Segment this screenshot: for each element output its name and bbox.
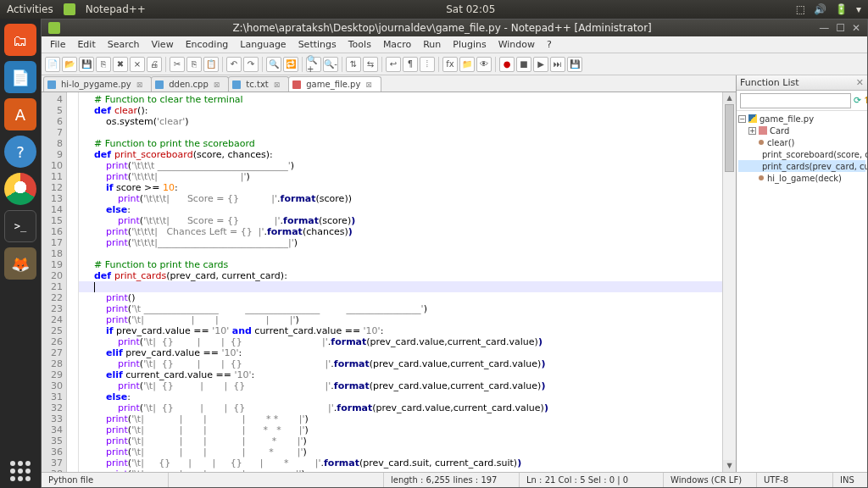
vertical-scrollbar[interactable]: ▲ ▼: [722, 92, 736, 472]
menu-macro[interactable]: Macro: [378, 37, 416, 52]
menu-edit[interactable]: Edit: [72, 37, 100, 52]
function-list-search-input[interactable]: [740, 93, 851, 108]
menu-file[interactable]: File: [45, 37, 70, 52]
scroll-down-arrow[interactable]: ▼: [723, 460, 736, 472]
launcher-software[interactable]: A: [4, 98, 36, 130]
menu-run[interactable]: Run: [418, 37, 446, 52]
function-list-item[interactable]: clear(): [738, 136, 865, 148]
launcher-writer[interactable]: 📄: [4, 61, 36, 93]
status-encoding[interactable]: UTF-8: [757, 473, 833, 487]
network-icon[interactable]: ⬚: [796, 3, 805, 15]
code-area[interactable]: # Function to clear the terminal def cle…: [79, 92, 722, 472]
tab-close-icon[interactable]: ⊠: [365, 80, 372, 89]
function-list-panel: Function List ✕ ⟳ ⇅ −game_file.py+Cardcl…: [736, 75, 867, 472]
toolbar-macro-save[interactable]: 💾: [567, 57, 582, 72]
toolbar-macro-rec[interactable]: ●: [499, 57, 515, 72]
launcher-files[interactable]: 🗂: [4, 24, 36, 56]
toolbar-wordwrap[interactable]: ↩: [386, 57, 401, 72]
editor[interactable]: 4567891011121314151617181920212223242526…: [42, 92, 736, 472]
fold-gutter[interactable]: [67, 92, 79, 472]
toolbar-undo[interactable]: ↶: [226, 57, 242, 72]
toolbar-monitor[interactable]: 👁: [476, 57, 492, 72]
toolbar-save-all[interactable]: ⎘: [96, 57, 111, 72]
active-app-name[interactable]: Notepad++: [86, 3, 146, 15]
function-list-reload-icon[interactable]: ⟳: [854, 95, 861, 107]
toolbar-sync-v[interactable]: ⇅: [346, 57, 361, 72]
launcher-gimp[interactable]: 🦊: [4, 247, 36, 280]
toolbar-replace[interactable]: 🔁: [283, 57, 298, 72]
function-list-item[interactable]: −game_file.py: [738, 113, 865, 125]
toolbar-macro-stop[interactable]: ■: [516, 57, 531, 72]
menu-bar: FileEditSearchViewEncodingLanguageSettin…: [42, 36, 867, 53]
function-list-item[interactable]: print_scoreboard(score, chances): [738, 148, 865, 160]
ubuntu-topbar: Activities Notepad++ Sat 02:05 ⬚ 🔊 🔋 ▾: [0, 0, 868, 19]
toolbar-cut[interactable]: ✂: [170, 57, 185, 72]
menu-window[interactable]: Window: [493, 37, 540, 52]
toolbar-macro-play[interactable]: ▶: [533, 57, 548, 72]
tab-hi-lo_pygame-py[interactable]: hi-lo_pygame.py⊠: [43, 76, 152, 92]
window-close[interactable]: ✕: [852, 22, 860, 34]
toolbar-folder[interactable]: 📁: [459, 57, 475, 72]
activities-button[interactable]: Activities: [7, 3, 53, 15]
toolbar-close[interactable]: ✖: [113, 57, 128, 72]
toolbar-print[interactable]: 🖨: [147, 57, 162, 72]
menu-view[interactable]: View: [147, 37, 179, 52]
scroll-thumb[interactable]: [725, 104, 734, 172]
function-list-title[interactable]: Function List ✕: [737, 75, 867, 91]
status-filetype: Python file: [42, 473, 169, 487]
function-list-item[interactable]: hi_lo_game(deck): [738, 172, 865, 184]
ubuntu-launcher: 🗂 📄 A ? >_ 🦊: [0, 19, 41, 488]
function-list-close-icon[interactable]: ✕: [856, 77, 864, 88]
tab-close-icon[interactable]: ⊠: [274, 80, 281, 89]
toolbar-find[interactable]: 🔍: [266, 57, 281, 72]
function-list-item[interactable]: +Card: [738, 125, 865, 136]
tab-close-icon[interactable]: ⊠: [136, 80, 143, 89]
menu-tools[interactable]: Tools: [343, 37, 376, 52]
toolbar-macro-playmulti[interactable]: ⏭: [550, 57, 565, 72]
menu-help[interactable]: ?: [542, 37, 557, 52]
toolbar-allchars[interactable]: ¶: [403, 57, 418, 72]
tab-close-icon[interactable]: ⊠: [214, 80, 220, 89]
tab-dden-cpp[interactable]: dden.cpp⊠: [151, 76, 229, 92]
launcher-show-apps[interactable]: [10, 461, 31, 481]
toolbar-lang[interactable]: fx: [442, 57, 458, 72]
toolbar-new[interactable]: 📄: [45, 57, 60, 72]
menu-search[interactable]: Search: [103, 37, 145, 52]
menu-plugins[interactable]: Plugins: [448, 37, 491, 52]
status-ins[interactable]: INS: [833, 473, 867, 487]
tab-game_file-py[interactable]: game_file.py⊠: [288, 76, 381, 92]
menu-encoding[interactable]: Encoding: [181, 37, 234, 52]
toolbar-indent-guide[interactable]: ⦙: [420, 57, 435, 72]
menu-settings[interactable]: Settings: [293, 37, 342, 52]
tab-tc-txt[interactable]: tc.txt⊠: [228, 76, 289, 92]
toolbar-paste[interactable]: 📋: [203, 57, 219, 72]
toolbar-redo[interactable]: ↷: [243, 57, 259, 72]
window-minimize[interactable]: —: [819, 22, 829, 34]
launcher-terminal[interactable]: >_: [4, 210, 36, 242]
toolbar-zoom-in[interactable]: 🔍+: [306, 57, 321, 72]
status-position: Ln : 21 Col : 5 Sel : 0 | 0: [520, 473, 664, 487]
toolbar-close-all[interactable]: ⨯: [130, 57, 145, 72]
toolbar-zoom-out[interactable]: 🔍-: [323, 57, 338, 72]
function-list-tree[interactable]: −game_file.py+Cardclear()print_scoreboar…: [737, 111, 867, 472]
line-number-gutter: 4567891011121314151617181920212223242526…: [42, 92, 67, 472]
menu-language[interactable]: Language: [235, 37, 291, 52]
toolbar-save[interactable]: 💾: [79, 57, 94, 72]
window-titlebar[interactable]: Z:\home\aprataksh\Desktop\journaldev\gam…: [42, 19, 867, 36]
toolbar-sync-h[interactable]: ⇆: [363, 57, 378, 72]
notepadpp-icon: [64, 3, 75, 15]
function-list-item[interactable]: print_cards(prev_card, current_card): [738, 160, 865, 172]
function-list-sort-icon[interactable]: ⇅: [864, 95, 867, 107]
toolbar-copy[interactable]: ⎘: [186, 57, 202, 72]
volume-icon[interactable]: 🔊: [814, 3, 826, 15]
launcher-help[interactable]: ?: [4, 136, 36, 168]
clock[interactable]: Sat 02:05: [146, 3, 796, 15]
launcher-chrome[interactable]: [4, 173, 36, 205]
power-icon[interactable]: ▾: [856, 3, 861, 15]
toolbar-open[interactable]: 📂: [62, 57, 77, 72]
battery-icon[interactable]: 🔋: [835, 3, 848, 15]
window-maximize[interactable]: ☐: [836, 22, 845, 34]
toolbar: 📄 📂 💾 ⎘ ✖ ⨯ 🖨 ✂ ⎘ 📋 ↶ ↷ 🔍 🔁 🔍+ 🔍- ⇅ ⇆ ↩ …: [42, 53, 867, 75]
scroll-up-arrow[interactable]: ▲: [723, 92, 736, 104]
status-eol[interactable]: Windows (CR LF): [664, 473, 757, 487]
